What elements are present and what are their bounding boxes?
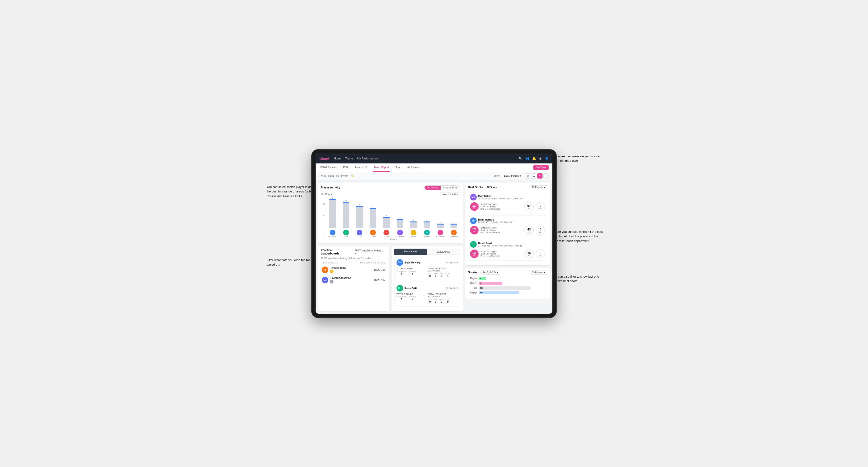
nav-my-performance[interactable]: My Performance <box>357 157 378 160</box>
nav-home[interactable]: Home <box>334 157 341 160</box>
player-col-1: B R. Britt <box>340 230 352 237</box>
pb-avg-1: 110 <box>381 269 385 271</box>
tab-pgat-players[interactable]: PGAT Players <box>319 163 338 172</box>
search-icon[interactable]: 🔍 <box>519 157 522 160</box>
bar-8 <box>437 224 444 228</box>
all-shots-tab[interactable]: All Shots <box>485 186 499 189</box>
chevron-down-icon: ▾ <box>520 175 521 177</box>
bar-chart: 15 10 5 0 <box>321 198 460 241</box>
leaderboard-title: Practice Leaderboards <box>321 249 351 255</box>
show-dropdown[interactable]: Last 3 months ▾ <box>502 174 523 178</box>
scoring-players-dropdown[interactable]: All Players ▾ <box>530 271 547 275</box>
avatar-edward: EC <box>322 277 328 283</box>
eagles-bar: 3 <box>479 277 486 280</box>
bar-group-7: 3 <box>421 191 433 228</box>
bars-area: 13 12 10 9 5 4 <box>327 191 460 241</box>
par-label: Par 3, 4 & 5s <box>483 271 496 274</box>
chevron-right-matt[interactable]: › <box>523 195 524 199</box>
annotation-best-shots: Here you can see who's hit the best shot… <box>554 229 604 243</box>
all-players-dropdown[interactable]: All Players ▾ <box>530 185 547 189</box>
bar-label-2: 10 <box>359 204 361 206</box>
player-name-2: Edward Crossman <box>330 276 351 279</box>
bar-label-0: 13 <box>332 197 334 199</box>
sub-nav: PGAT Players PGA Hcaps 1-5 Team Clippd T… <box>316 163 552 172</box>
player-label-2: D. Ford <box>357 236 362 237</box>
active-player-blair: BM Blair McHarg 26 Aug 2023 Total Rounds <box>394 257 460 281</box>
heart-view-icon[interactable]: ♥ <box>537 173 542 179</box>
shot-details-matt: 200 SG Shot Dist: 67 yds Start Lie: Roug… <box>470 202 545 211</box>
tab-hcaps[interactable]: Hcaps 1-5 <box>354 163 368 172</box>
grid-view-icon[interactable]: ⊞ <box>525 173 530 179</box>
view-icons: ⊞ ☰ ♥ ⋮ <box>525 173 549 179</box>
list-view-icon[interactable]: ☰ <box>531 173 536 179</box>
eagles-row: Eagles 3 <box>468 277 547 280</box>
rounds-label: Total Rounds <box>397 267 426 270</box>
show-label: Show: <box>493 175 500 177</box>
leaderboard-cols: PLAYER NAME PB SCORE PB AVG SQ <box>321 261 386 264</box>
player-detail-2: Edward Crossman 2 <box>330 276 351 283</box>
bogeys-row: Bogeys 313 <box>468 291 547 294</box>
avatar-rees: RB <box>397 285 403 291</box>
badge-1: 1 <box>330 270 334 273</box>
y-label-15: 15 <box>321 203 325 205</box>
pb-score-2: 18/20 <box>374 279 380 281</box>
pars-row: Pars 499 <box>468 286 547 290</box>
edit-team-icon[interactable]: ✏️ <box>351 175 354 177</box>
main-content: Player Activity On Course Practice Drill… <box>316 180 552 314</box>
birdies-label: Birdies <box>468 282 477 284</box>
leaderboard-dropdown[interactable]: PUTT Must Make Putting... ▾ <box>352 249 386 255</box>
par-dropdown[interactable]: Par 3, 4 & 5s ▾ <box>480 271 500 275</box>
bar-group-6: 3 <box>407 191 420 228</box>
chevron-right-blair[interactable]: › <box>513 219 514 222</box>
bell-icon[interactable]: 🔔 <box>532 157 536 160</box>
bogeys-bar: 313 <box>479 291 519 294</box>
birdies-row: Birdies 96 <box>468 282 547 285</box>
users-icon[interactable]: 👥 <box>525 157 529 160</box>
bar-group-1: 12 <box>340 191 352 228</box>
shot-details-david: 198 SG Shot Dist: 16 yds Start Lie: Roug… <box>470 249 545 258</box>
shot-badge-matt: 200 SG <box>470 203 478 211</box>
player-col-9: R L. Robertson <box>448 230 460 237</box>
profile-icon[interactable]: 👤 <box>545 157 549 160</box>
tab-all-players[interactable]: All Players <box>406 163 421 172</box>
avatar-5: B <box>397 230 403 236</box>
tab-tour[interactable]: Tour <box>395 163 401 172</box>
bar-group-8: 2 <box>434 191 446 228</box>
date-blair: 26 Aug 2023 <box>446 261 458 264</box>
bar-group-0: 13 <box>327 191 338 228</box>
matt-name: Matt Miller <box>478 195 522 197</box>
player-label-0: B. McHarg <box>329 236 336 237</box>
leaderboard-header: Practice Leaderboards PUTT Must Make Put… <box>321 249 386 255</box>
pb-score-1: 19/20 <box>374 269 380 271</box>
shot-info-matt: Shot Dist: 67 yds Start Lie: Rough End L… <box>480 203 522 210</box>
least-active-tab[interactable]: Least Active <box>427 249 460 255</box>
player-label-7: M. Miller <box>424 236 430 237</box>
bar-5 <box>397 219 403 228</box>
tab-team-clippd[interactable]: Team Clippd <box>373 163 390 172</box>
practice-activities-label-rees: Total Practice Activities <box>428 293 458 298</box>
avatar-david: DF <box>470 241 477 248</box>
bar-group-5: 4 <box>394 191 406 228</box>
david-info: David Ford 24 Aug 2023 · Royal North Dev… <box>478 242 522 247</box>
tab-pga[interactable]: PGA <box>342 163 349 172</box>
y-axis: 15 10 5 0 <box>321 203 327 241</box>
bar-label-6: 3 <box>413 219 414 221</box>
active-player-header-rees: RB Rees Britt 02 Sep 2023 <box>397 285 458 291</box>
practice-drills-toggle[interactable]: Practice Drills <box>441 186 460 190</box>
on-course-toggle[interactable]: On Course <box>425 186 441 190</box>
chevron-right-david[interactable]: › <box>524 243 525 246</box>
add-team-button[interactable]: Add Team <box>533 165 549 170</box>
nav-teams[interactable]: Teams <box>345 157 353 160</box>
shot-info-blair: Shot Dist: 43 yds Start Lie: Rough End L… <box>480 227 522 234</box>
practice-stat: Practice 6 <box>409 270 416 275</box>
player-name-blair: Blair McHarg <box>404 261 421 264</box>
avatar-7: M <box>424 230 430 236</box>
plus-circle-icon[interactable]: ⊕ <box>539 157 542 160</box>
avatar-8: C <box>437 230 443 236</box>
most-active-tab[interactable]: Most Active <box>394 249 427 255</box>
shot-badge-david: 198 SG <box>470 250 478 258</box>
eagles-val: 3 <box>480 277 481 280</box>
more-view-icon[interactable]: ⋮ <box>544 173 549 179</box>
course-toggle-group: On Course Practice Drills <box>424 185 460 190</box>
bar-7 <box>424 221 430 228</box>
